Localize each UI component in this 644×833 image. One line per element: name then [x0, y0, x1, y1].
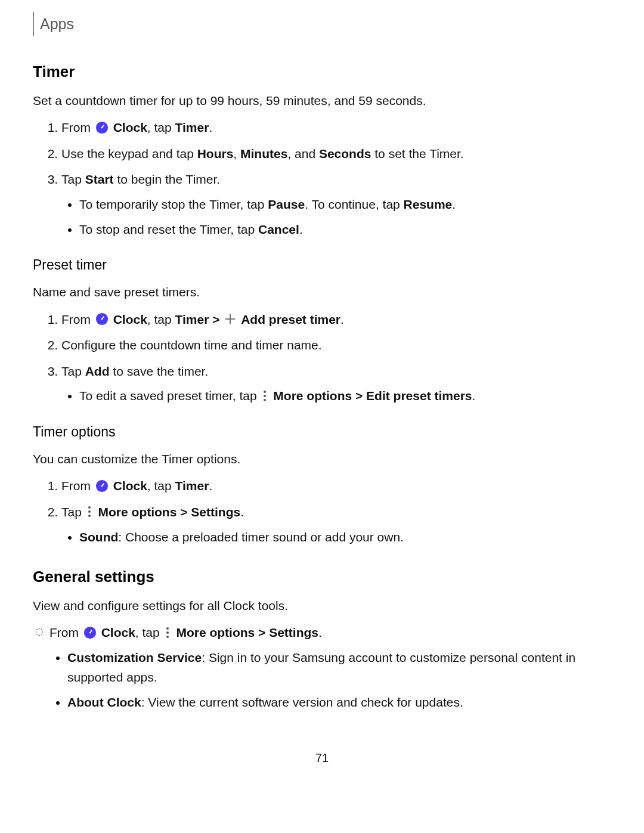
clock-icon	[83, 626, 97, 639]
text-bold: Clock	[113, 479, 147, 493]
heading-preset-timer: Preset timer	[33, 254, 611, 276]
step: Tap More options > Settings. Sound: Choo…	[61, 502, 611, 547]
text-bold: More options > Edit preset timers	[273, 389, 472, 402]
text-bold: Clock	[113, 120, 147, 134]
svg-point-16	[166, 627, 169, 630]
preset-intro: Name and save preset timers.	[33, 282, 611, 302]
text: To stop and reset the Timer, tap	[79, 222, 258, 236]
svg-point-13	[88, 515, 91, 517]
text-bold: Start	[85, 172, 114, 186]
text: Tap	[61, 505, 85, 519]
text: .	[340, 312, 344, 326]
options-steps: From Clock, tap Timer. Tap More options …	[33, 476, 611, 547]
step: From Clock, tap Timer.	[61, 117, 611, 138]
text: From	[61, 312, 94, 326]
bullet: To edit a saved preset timer, tap More o…	[79, 386, 611, 406]
bullet: To temporarily stop the Timer, tap Pause…	[79, 194, 611, 215]
step: From Clock, tap More options > Settings.…	[49, 623, 611, 712]
clock-icon	[95, 312, 109, 326]
text-bold: Pause	[268, 197, 305, 211]
sub-bullets: To edit a saved preset timer, tap More o…	[61, 386, 611, 406]
step: Use the keypad and tap Hours, Minutes, a…	[61, 144, 611, 164]
text: .	[452, 197, 456, 211]
text: From	[61, 479, 94, 493]
text: , tap	[147, 312, 175, 326]
text: .	[299, 222, 303, 236]
text: : Choose a preloaded timer sound or add …	[118, 530, 404, 544]
text-bold: Clock	[113, 312, 147, 326]
timer-intro: Set a countdown timer for up to 99 hours…	[33, 91, 611, 111]
text: .	[209, 120, 212, 134]
text-bold: Timer	[175, 120, 209, 134]
breadcrumb: Apps	[33, 12, 611, 36]
text-bold: Add preset timer	[241, 312, 340, 326]
text: .	[240, 505, 244, 519]
text-bold: Hours	[197, 147, 234, 160]
text: Use the keypad and tap	[61, 147, 197, 160]
page-number: 71	[33, 748, 611, 767]
preset-steps: From Clock, tap Timer > Add preset timer…	[33, 309, 611, 406]
text-bold: Clock	[101, 625, 135, 639]
more-options-icon	[88, 506, 91, 518]
step: Tap Add to save the timer. To edit a sav…	[61, 361, 611, 406]
text: .	[472, 389, 476, 402]
text: .	[318, 625, 322, 639]
step: From Clock, tap Timer.	[61, 476, 611, 496]
text: ,	[233, 147, 240, 160]
text: Tap	[61, 364, 85, 378]
text-bold: Seconds	[319, 147, 371, 160]
text: , and	[287, 147, 319, 160]
text: to begin the Timer.	[114, 172, 221, 186]
svg-point-6	[264, 391, 266, 393]
text-bold: Cancel	[258, 222, 299, 236]
text-bold: Add	[85, 364, 110, 378]
text-bold: More options > Settings	[98, 505, 241, 519]
text: : View the current software version and …	[141, 695, 463, 709]
timer-steps: From Clock, tap Timer. Use the keypad an…	[33, 117, 611, 239]
sub-bullets: Customization Service: Sign in to your S…	[49, 648, 611, 713]
sub-bullets: To temporarily stop the Timer, tap Pause…	[61, 194, 611, 239]
text: From	[61, 120, 94, 134]
svg-point-8	[264, 399, 266, 401]
text: , tap	[147, 120, 175, 134]
text-bold: Sound	[79, 530, 118, 544]
svg-point-12	[88, 510, 91, 513]
text-bold: About Clock	[67, 695, 141, 709]
text-bold: Timer	[175, 479, 209, 493]
svg-point-11	[88, 506, 91, 509]
options-intro: You can customize the Timer options.	[33, 449, 611, 469]
text: , tap	[135, 625, 163, 639]
svg-point-18	[166, 636, 169, 638]
bullet: Sound: Choose a preloaded timer sound or…	[79, 527, 611, 547]
step: Configure the countdown time and timer n…	[61, 335, 611, 355]
heading-timer: Timer	[33, 60, 611, 85]
text-bold: Resume	[404, 197, 453, 211]
sub-bullets: Sound: Choose a preloaded timer sound or…	[61, 527, 611, 547]
text-bold: Minutes	[240, 147, 287, 160]
text: .	[209, 479, 212, 493]
clock-icon	[95, 121, 109, 134]
more-options-icon	[166, 627, 169, 639]
text-bold: Timer	[175, 312, 209, 326]
text: From	[49, 625, 82, 639]
bullet: About Clock: View the current software v…	[67, 692, 611, 713]
general-intro: View and configure settings for all Cloc…	[33, 596, 611, 616]
heading-timer-options: Timer options	[33, 421, 611, 443]
heading-general-settings: General settings	[33, 565, 611, 590]
text: To temporarily stop the Timer, tap	[79, 197, 268, 211]
text: to set the Timer.	[371, 147, 463, 160]
text: To edit a saved preset timer, tap	[79, 389, 261, 402]
text-bold: More options > Settings	[176, 625, 318, 639]
bullet: To stop and reset the Timer, tap Cancel.	[79, 219, 611, 240]
text: . To continue, tap	[305, 197, 403, 211]
text: Tap	[61, 172, 85, 186]
svg-point-17	[166, 631, 169, 634]
chevron-icon: >	[209, 312, 223, 326]
clock-icon	[95, 479, 109, 493]
step: From Clock, tap Timer > Add preset timer…	[61, 309, 611, 330]
plus-icon	[224, 313, 236, 325]
general-list: From Clock, tap More options > Settings.…	[33, 623, 611, 712]
step: Tap Start to begin the Timer. To tempora…	[61, 169, 611, 239]
svg-point-7	[264, 395, 266, 397]
text: to save the timer.	[110, 364, 209, 378]
